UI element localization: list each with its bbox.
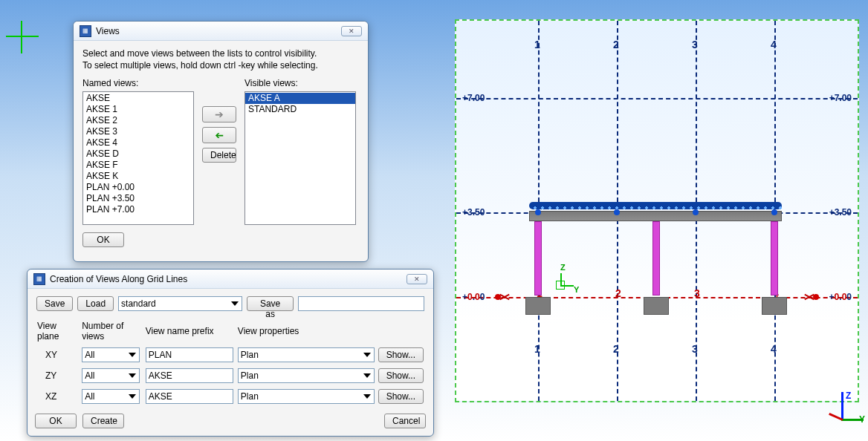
table-row: XZAllPlanShow... — [36, 388, 424, 405]
grid-label-3-bot: 3 — [692, 343, 698, 355]
beam-top-flange — [529, 202, 782, 209]
number-of-views-select[interactable]: All — [82, 368, 140, 383]
views-instructions-1: Select and move views between the lists … — [82, 48, 359, 59]
view-name-prefix-input[interactable] — [146, 389, 233, 404]
save-button[interactable]: Save — [36, 296, 73, 311]
cancel-button[interactable]: Cancel — [384, 414, 426, 428]
save-as-input[interactable] — [298, 296, 424, 311]
elev-right-7: +7.00 — [829, 93, 852, 103]
list-item[interactable]: PLAN +3.50 — [83, 193, 193, 204]
views-instructions-2: To select multiple views, hold down ctrl… — [82, 60, 359, 71]
list-item[interactable]: AKSE 3 — [83, 126, 193, 137]
grid-views-dialog: ▦ Creation of Views Along Grid Lines ✕ S… — [27, 269, 434, 437]
grid-label-2-bot: 2 — [613, 343, 619, 355]
beam — [529, 211, 782, 221]
settings-name-select[interactable]: standard — [118, 296, 242, 311]
grid-label-4-bot: 4 — [771, 343, 777, 355]
node-2 — [614, 209, 620, 215]
col-plane: View plane — [36, 320, 81, 342]
list-item[interactable]: AKSE 4 — [83, 137, 193, 148]
boundary-circ-left — [495, 294, 501, 300]
close-button[interactable]: ✕ — [407, 274, 427, 284]
list-item[interactable]: AKSE 2 — [83, 115, 193, 126]
list-item[interactable]: AKSE F — [83, 160, 193, 171]
node-3 — [693, 209, 699, 215]
named-views-list[interactable]: AKSEAKSE 1AKSE 2AKSE 3AKSE 4AKSE DAKSE F… — [82, 91, 194, 225]
origin-axis-icon — [550, 273, 572, 295]
grid-views-titlebar[interactable]: ▦ Creation of Views Along Grid Lines ✕ — [27, 270, 433, 289]
boundary-circ-right — [813, 294, 819, 300]
elev-left-7: +7.00 — [462, 93, 485, 103]
grid-line-7_00 — [456, 98, 858, 99]
move-left-button[interactable]: ➔ — [202, 127, 236, 143]
list-item[interactable]: PLAN +7.00 — [83, 204, 193, 215]
model-viewport[interactable]: 1 2 3 4 1 2 3 4 +7.00 +3.50 +0.00 +7.00 … — [455, 19, 859, 402]
grid-views-title: Creation of Views Along Grid Lines — [50, 274, 407, 284]
elev-right-3_5: +3.50 — [829, 207, 852, 218]
grid-ok-button[interactable]: OK — [35, 414, 77, 428]
col-prefix: View name prefix — [145, 320, 237, 342]
origin-y-label: Y — [574, 285, 579, 294]
create-button[interactable]: Create — [82, 414, 124, 428]
column-4 — [771, 221, 778, 295]
grid-label-1-top: 1 — [534, 39, 540, 50]
views-dialog: ▦ Views ✕ Select and move views between … — [73, 21, 369, 262]
list-item[interactable]: AKSE 1 — [83, 104, 193, 115]
triad-z-label: Z — [846, 391, 851, 401]
axis-label-3: 3 — [694, 287, 700, 299]
delete-button[interactable]: Delete — [202, 148, 236, 163]
grid-label-3-top: 3 — [692, 39, 698, 50]
node-4 — [771, 209, 777, 215]
grid-label-4-top: 4 — [771, 39, 777, 50]
plane-label: XZ — [36, 388, 81, 405]
save-as-button[interactable]: Save as — [247, 296, 293, 311]
arrow-left-icon: ➔ — [215, 130, 224, 140]
show-button[interactable]: Show... — [378, 368, 424, 383]
list-item[interactable]: AKSE A — [245, 93, 355, 104]
number-of-views-select[interactable]: All — [82, 347, 140, 362]
view-properties-select[interactable]: Plan — [238, 368, 375, 383]
col-num: Number of views — [81, 320, 145, 342]
show-button[interactable]: Show... — [378, 347, 424, 362]
app-icon: ▦ — [33, 273, 45, 285]
list-item[interactable]: STANDARD — [245, 104, 355, 115]
elev-left-0: +0.00 — [462, 292, 485, 302]
load-button[interactable]: Load — [77, 296, 114, 311]
visible-views-label: Visible views: — [244, 78, 356, 88]
boundary-marker-left — [499, 293, 510, 301]
show-button[interactable]: Show... — [378, 389, 424, 404]
list-item[interactable]: PLAN +0.00 — [83, 182, 193, 193]
views-titlebar[interactable]: ▦ Views ✕ — [74, 22, 368, 41]
number-of-views-select[interactable]: All — [82, 389, 140, 404]
list-item[interactable]: AKSE D — [83, 148, 193, 160]
view-name-prefix-input[interactable] — [146, 368, 233, 383]
origin-z-label: Z — [560, 263, 566, 272]
table-row: ZYAllPlanShow... — [36, 368, 424, 384]
view-properties-select[interactable]: Plan — [238, 347, 375, 362]
column-center — [652, 221, 660, 295]
visible-views-list[interactable]: AKSE ASTANDARD — [244, 91, 356, 225]
elev-left-3_5: +3.50 — [462, 207, 485, 218]
cursor-crosshair — [6, 21, 39, 53]
table-row: XYAllPlanShow... — [36, 347, 424, 363]
plane-label: ZY — [36, 368, 81, 384]
footing-4 — [762, 297, 787, 315]
col-props: View properties — [237, 320, 378, 342]
view-properties-select[interactable]: Plan — [238, 389, 375, 404]
list-item[interactable]: AKSE — [83, 93, 193, 104]
view-axis-triad: Z Y — [823, 392, 861, 437]
footing-center — [644, 297, 669, 315]
view-name-prefix-input[interactable] — [146, 347, 233, 362]
elev-right-0: +0.00 — [829, 292, 852, 302]
grid-label-1-bot: 1 — [534, 343, 540, 355]
named-views-label: Named views: — [82, 78, 194, 88]
plane-label: XY — [36, 347, 81, 363]
footing-1 — [525, 297, 551, 315]
move-right-button[interactable]: ➔ — [202, 106, 236, 122]
grid-label-2-top: 2 — [613, 39, 619, 50]
close-button[interactable]: ✕ — [341, 26, 362, 36]
views-title: Views — [96, 26, 341, 36]
arrow-right-icon: ➔ — [215, 109, 224, 120]
list-item[interactable]: AKSE K — [83, 171, 193, 182]
views-ok-button[interactable]: OK — [82, 232, 124, 247]
